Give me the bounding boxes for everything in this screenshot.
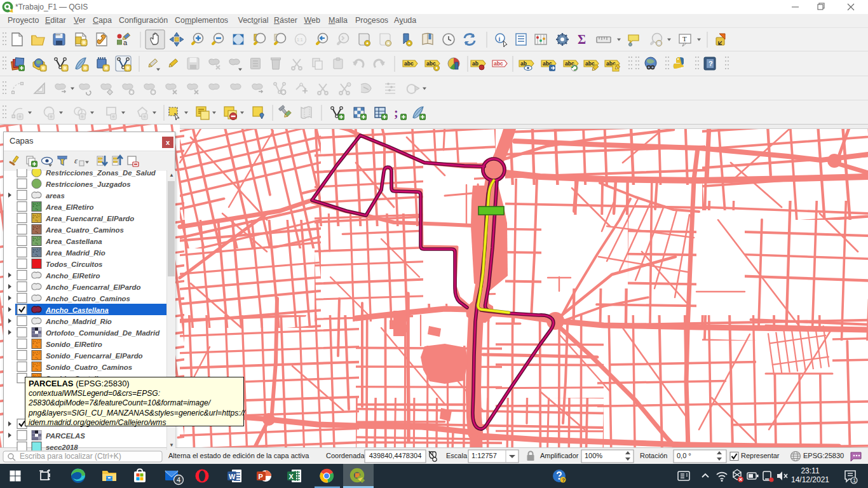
svg-text:abc: abc [585, 60, 595, 67]
svg-text:Area_Castellana: Area_Castellana [45, 238, 102, 245]
svg-text:ε: ε [74, 156, 78, 165]
svg-text:EPSG:25830: EPSG:25830 [803, 452, 844, 459]
svg-text:Area_Fuencarral_ElPardo: Area_Fuencarral_ElPardo [45, 215, 134, 222]
svg-text:Todos_Circuitos: Todos_Circuitos [46, 261, 102, 268]
svg-text:abc: abc [404, 60, 414, 67]
svg-text:Alterna el estado de edición d: Alterna el estado de edición de la capa … [168, 452, 309, 459]
svg-text:Ancho_Cuatro_Caminos: Ancho_Cuatro_Caminos [45, 295, 130, 302]
svg-text:secc2018: secc2018 [46, 444, 78, 451]
svg-text:a: a [123, 39, 128, 46]
svg-text:Escala: Escala [446, 452, 468, 459]
svg-text:Ortofoto_Comunidad_De_Madrid: Ortofoto_Comunidad_De_Madrid [46, 329, 160, 337]
svg-text:Ancho_Castellana: Ancho_Castellana [45, 306, 109, 314]
svg-text:P: P [259, 473, 263, 480]
svg-text:W: W [229, 473, 236, 480]
svg-text:Representar: Representar [741, 452, 780, 459]
svg-text:4: 4 [177, 476, 180, 484]
svg-text:i: i [499, 36, 501, 43]
svg-text:1:1: 1:1 [297, 37, 303, 42]
svg-text:Rotación: Rotación [640, 452, 667, 459]
svg-text:PARCELAS: PARCELAS [46, 432, 85, 440]
svg-text:Area_Madrid_Rio: Area_Madrid_Rio [45, 249, 105, 257]
svg-text:Ancho_Fuencarral_ElPardo: Ancho_Fuencarral_ElPardo [45, 283, 140, 291]
svg-text:?: ? [562, 477, 565, 483]
svg-text:100%: 100% [585, 452, 602, 459]
svg-text:Area_ElRetiro: Area_ElRetiro [45, 203, 93, 211]
svg-text:;: ; [394, 105, 398, 119]
svg-text:?: ? [709, 60, 713, 67]
svg-text:X: X [289, 473, 294, 480]
svg-text:Area_Cuatro_Caminos: Area_Cuatro_Caminos [45, 226, 124, 234]
svg-text:1:12757: 1:12757 [471, 452, 497, 459]
svg-text:Escriba para localizar (Ctrl+K: Escriba para localizar (Ctrl+K) [20, 452, 121, 461]
svg-text:Amplificador: Amplificador [540, 452, 579, 459]
svg-text:ab: ab [472, 60, 478, 67]
svg-text:Ancho_Madrid_Rio: Ancho_Madrid_Rio [45, 318, 112, 325]
svg-text:abc: abc [494, 60, 503, 67]
svg-text:Sonido_Cuatro_Caminos: Sonido_Cuatro_Caminos [46, 363, 132, 371]
svg-text:T: T [682, 35, 687, 43]
svg-text:areas: areas [46, 192, 65, 200]
svg-text:0,0 °: 0,0 ° [677, 452, 691, 459]
svg-text:Sonido_Fuencarral_ElPardo: Sonido_Fuencarral_ElPardo [46, 352, 143, 360]
svg-text:439840,4478304: 439840,4478304 [369, 452, 422, 459]
svg-text:Sonido_ElRetiro: Sonido_ElRetiro [46, 341, 102, 348]
svg-text:Restricciones_Juzgados: Restricciones_Juzgados [46, 180, 131, 188]
svg-text:Coordenada: Coordenada [326, 452, 365, 459]
svg-text:Σ: Σ [578, 32, 586, 46]
svg-text:Restricciones_Zonas_De_Salud: Restricciones_Zonas_De_Salud [46, 169, 156, 177]
svg-text:1: 1 [853, 477, 856, 484]
svg-text:Ancho_ElRetiro: Ancho_ElRetiro [45, 272, 100, 280]
